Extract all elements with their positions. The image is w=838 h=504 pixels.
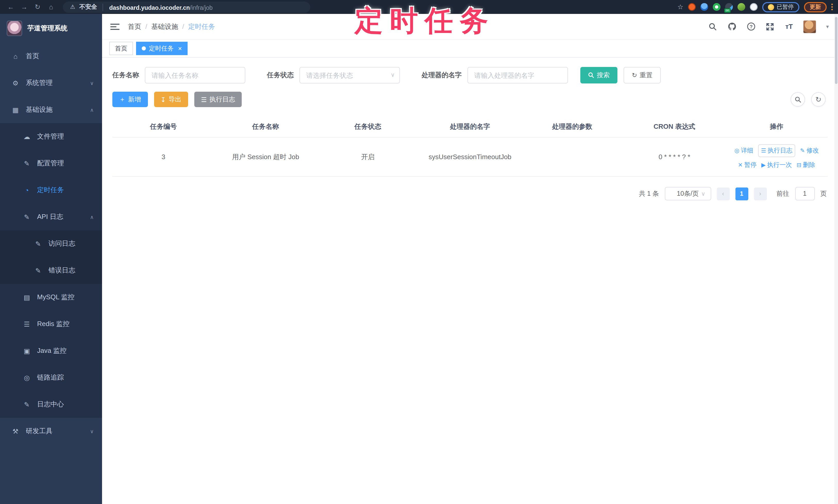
log-center-icon: ✎ — [23, 400, 31, 408]
ext-leaf-icon[interactable] — [737, 3, 745, 11]
avatar[interactable] — [803, 20, 816, 33]
paused-label: 已暂停 — [777, 3, 794, 11]
prev-page-button[interactable]: ‹ — [717, 187, 730, 200]
sidebar-item-file[interactable]: ☁文件管理 — [0, 123, 102, 150]
breadcrumb-home[interactable]: 首页 — [128, 22, 141, 31]
sidebar-item-api-log[interactable]: ✎API 日志∧ — [0, 203, 102, 230]
home-icon: ⌂ — [11, 52, 20, 60]
sidebar-item-label: 首页 — [26, 52, 39, 61]
page-scrollbar[interactable] — [834, 14, 838, 504]
address-separator: │ — [101, 3, 105, 11]
action-edit[interactable]: ✎修改 — [800, 146, 819, 155]
browser-extensions: ☆ on 已暂停 更新 — [678, 2, 833, 12]
github-icon[interactable] — [727, 21, 737, 32]
action-label: 删除 — [803, 161, 815, 169]
ext-orange-icon[interactable] — [688, 3, 696, 11]
action-label: 修改 — [806, 146, 819, 155]
sidebar-item-home[interactable]: ⌂首页 — [0, 43, 102, 70]
reset-button[interactable]: ↻ 重置 — [624, 67, 661, 84]
page-suffix: 页 — [820, 189, 827, 198]
chevron-down-icon: ∨ — [90, 428, 94, 434]
sidebar-item-dev-tools[interactable]: ⚒研发工具∨ — [0, 418, 102, 445]
sidebar-item-infra[interactable]: ▦基础设施∧ — [0, 96, 102, 123]
refresh-icon: ↻ — [632, 72, 637, 79]
menu-kebab-icon[interactable] — [831, 4, 833, 10]
next-page-button[interactable]: › — [754, 187, 767, 200]
back-icon[interactable]: ← — [5, 1, 17, 13]
ext-grid-icon[interactable]: on — [725, 3, 733, 11]
search-icon[interactable] — [708, 21, 718, 32]
close-icon[interactable]: ✕ — [178, 46, 182, 51]
emoji-icon — [768, 4, 774, 10]
url-host: dashboard.yudao.iocoder.cn — [109, 4, 190, 11]
sidebar-item-error-log[interactable]: ✎错误日志 — [0, 257, 102, 284]
ext-ghost-icon[interactable] — [750, 3, 757, 11]
table-header-row: 任务编号任务名称任务状态处理器的名字处理器的参数CRON 表达式操作 — [112, 116, 828, 138]
sidebar-item-label: Redis 监控 — [37, 319, 70, 329]
sidebar-item-label: 研发工具 — [26, 427, 53, 436]
task-status-select[interactable]: ∨ — [299, 67, 400, 84]
handler-name-input[interactable] — [468, 67, 568, 84]
action-detail-eye[interactable]: ◎详细 — [734, 146, 753, 155]
action-delete[interactable]: ⊟删除 — [797, 161, 815, 169]
page-size-select[interactable]: 10条/页 ∨ — [665, 187, 711, 200]
search-button[interactable]: 搜索 — [580, 67, 617, 84]
ext-green-icon[interactable] — [713, 3, 720, 11]
export-button[interactable]: ↧ 导出 — [154, 92, 188, 107]
toolbar: ＋ 新增 ↧ 导出 ☰ 执行日志 ↻ — [112, 92, 828, 107]
access-log-icon: ✎ — [34, 240, 42, 248]
cell-actions: ◎详细☰执行日志✎修改✕暂停▶执行一次⊟删除 — [726, 144, 828, 169]
address-bar[interactable]: ⚠ 不安全 │ dashboard.yudao.iocoder.cn/infra… — [63, 1, 310, 13]
forward-icon[interactable]: → — [19, 1, 30, 13]
breadcrumb-current: 定时任务 — [188, 22, 215, 31]
action-label: 暂停 — [744, 161, 756, 169]
refresh-table-button[interactable]: ↻ — [811, 92, 826, 107]
task-name-input[interactable] — [145, 67, 245, 84]
chevron-up-icon: ∧ — [90, 214, 94, 220]
sidebar-toggle-icon[interactable] — [110, 23, 120, 30]
column-header: 任务编号 — [112, 122, 215, 131]
scrollbar-thumb[interactable] — [835, 17, 837, 84]
action-run-once[interactable]: ▶执行一次 — [761, 161, 792, 169]
table-body: 3用户 Session 超时 Job开启sysUserSessionTimeou… — [112, 138, 828, 177]
tag-current[interactable]: 定时任务✕ — [136, 42, 188, 55]
sidebar-item-java[interactable]: ▣Java 监控 — [0, 337, 102, 364]
redis-icon: ☰ — [23, 320, 31, 328]
reload-icon[interactable]: ↻ — [32, 1, 43, 13]
action-pause[interactable]: ✕暂停 — [738, 161, 756, 169]
pause-icon: ✕ — [738, 162, 743, 168]
sidebar-item-system[interactable]: ⚙系统管理∨ — [0, 70, 102, 96]
exec-log-button[interactable]: ☰ 执行日志 — [194, 92, 242, 107]
cloud-icon: ☁ — [23, 133, 31, 140]
fullscreen-icon[interactable] — [765, 21, 775, 32]
sidebar-item-redis[interactable]: ☰Redis 监控 — [0, 311, 102, 337]
sidebar-logo-row[interactable]: 芋道管理系统 — [0, 14, 102, 43]
sidebar-item-trace[interactable]: ◎链路追踪 — [0, 364, 102, 391]
sidebar-item-mysql[interactable]: ▤MySQL 监控 — [0, 284, 102, 311]
breadcrumb-infra[interactable]: 基础设施 — [151, 22, 178, 31]
paused-badge[interactable]: 已暂停 — [762, 2, 799, 12]
help-icon[interactable]: ? — [746, 21, 756, 32]
toolbox-icon: ⚒ — [11, 427, 20, 435]
cell-job-status: 开启 — [317, 152, 419, 161]
sidebar-item-config[interactable]: ✎配置管理 — [0, 150, 102, 177]
home-icon[interactable]: ⌂ — [45, 1, 57, 13]
add-button[interactable]: ＋ 新增 — [112, 92, 148, 107]
page-1-button[interactable]: 1 — [735, 187, 748, 200]
edit-icon: ✎ — [800, 147, 805, 154]
bookmark-star-icon[interactable]: ☆ — [678, 3, 683, 11]
chevron-up-icon: ∧ — [90, 107, 94, 112]
tag-home[interactable]: 首页 — [109, 42, 133, 55]
caret-down-icon[interactable]: ▼ — [825, 24, 830, 29]
logo-avatar — [7, 21, 22, 36]
sidebar-item-log-center[interactable]: ✎日志中心 — [0, 391, 102, 418]
toggle-search-button[interactable] — [790, 92, 805, 107]
action-exec-log[interactable]: ☰执行日志 — [758, 144, 796, 157]
update-button[interactable]: 更新 — [804, 2, 827, 12]
goto-page-input[interactable] — [795, 187, 815, 200]
ext-blue-icon[interactable] — [700, 3, 708, 11]
sidebar-item-job[interactable]: ◔定时任务 — [0, 177, 102, 203]
font-size-icon[interactable]: ᴛT — [784, 21, 794, 32]
sidebar-item-access-log[interactable]: ✎访问日志 — [0, 230, 102, 257]
run-once-icon: ▶ — [761, 162, 766, 168]
